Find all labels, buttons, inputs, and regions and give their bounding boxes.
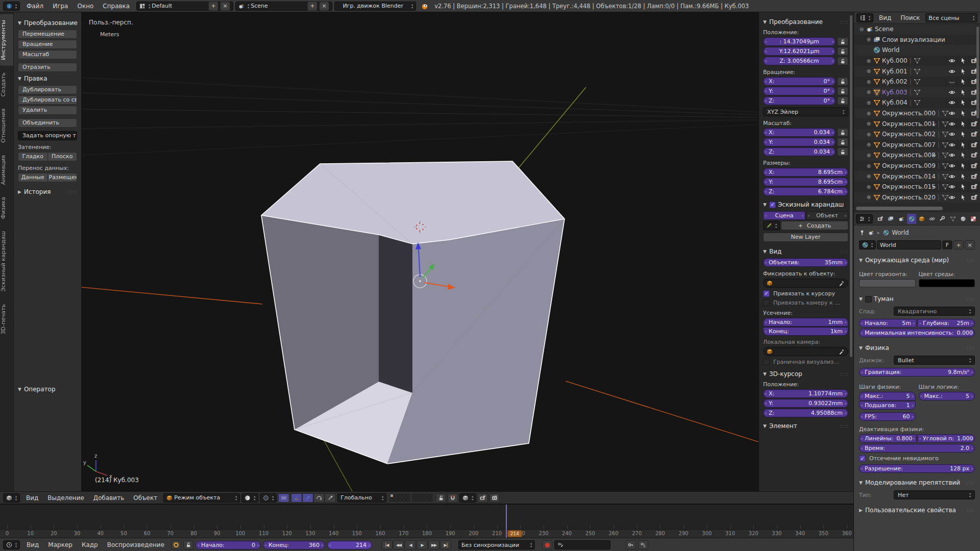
panel-header-obstacles[interactable]: ▼Моделирование препятствий:::: xyxy=(859,479,975,486)
occlusion-row[interactable]: ✓Отсечение невидимого xyxy=(859,455,975,462)
outliner-item[interactable]: ⊕Куб.003| xyxy=(854,87,980,98)
close-layout-button[interactable]: × xyxy=(220,2,230,11)
eye-icon[interactable] xyxy=(948,57,955,64)
info-menu-3[interactable]: Справка xyxy=(98,3,134,10)
shading-selector[interactable]: ▴▾ xyxy=(241,493,258,503)
fake-user-button[interactable]: F xyxy=(942,240,952,249)
expand-icon[interactable]: ⊕ xyxy=(866,194,872,200)
tab-data[interactable] xyxy=(948,214,957,224)
editor-type-selector[interactable]: ▴▾ xyxy=(3,493,20,503)
tab-world[interactable] xyxy=(907,214,916,224)
new-layer-button[interactable]: New Layer xyxy=(763,233,848,242)
value-slider[interactable]: X:1.10774mm xyxy=(763,389,848,398)
selectable-icon[interactable] xyxy=(960,120,967,128)
frame-end-field[interactable]: Конец:360 xyxy=(263,541,325,549)
layer-toggle[interactable] xyxy=(421,494,424,497)
snap-toggle[interactable] xyxy=(448,493,458,503)
grease-pencil-data-selector[interactable]: ▴▾ xyxy=(763,221,780,230)
eye-closed-icon[interactable] xyxy=(948,78,955,85)
layer-toggle[interactable] xyxy=(398,494,402,497)
layer-toggle[interactable] xyxy=(394,494,398,497)
value-slider[interactable]: Z:6.784cm xyxy=(763,187,848,196)
layer-toggle[interactable] xyxy=(421,498,424,502)
pin-icon[interactable] xyxy=(859,230,865,236)
outliner-item[interactable]: ⊕Куб.000| xyxy=(854,56,980,66)
render-icon[interactable] xyxy=(971,194,978,201)
horizontal-scrollbar[interactable] xyxy=(856,207,943,210)
add-datablock-button[interactable]: + xyxy=(953,240,964,249)
editor-type-selector[interactable]: ▴▾ xyxy=(856,214,873,223)
timeline-menu-3[interactable]: Воспроизведение xyxy=(103,541,169,548)
layer-toggle[interactable] xyxy=(402,498,406,502)
value-slider[interactable]: X:0° xyxy=(763,77,836,86)
lock-toggle[interactable] xyxy=(837,87,848,95)
layer-toggle[interactable] xyxy=(406,498,410,502)
3d-viewport[interactable]: z y x Польз.-персп. Meters (214) Куб.003 xyxy=(82,12,758,491)
layer-toggle[interactable] xyxy=(425,494,428,497)
lock-toggle[interactable] xyxy=(837,128,848,137)
layer-toggle[interactable] xyxy=(402,494,406,497)
lock-toggle[interactable] xyxy=(837,57,848,65)
outliner-item[interactable]: ⊕Окружность.008|← xyxy=(854,150,980,161)
panel-header-3d-cursor[interactable]: ▼3D-курсор:::: xyxy=(763,370,848,378)
tab-render[interactable] xyxy=(876,214,885,224)
eye-icon[interactable] xyxy=(948,131,955,138)
eyedropper-icon[interactable] xyxy=(839,348,845,355)
tab-scene[interactable]: Сцена xyxy=(763,211,805,220)
value-slider[interactable]: Y:12.62021µm xyxy=(763,47,836,56)
expand-icon[interactable]: ⊕ xyxy=(866,79,872,85)
join-button[interactable]: Объединить xyxy=(18,118,77,128)
selectable-icon[interactable] xyxy=(960,68,967,75)
outliner-item[interactable]: ⊕Окружность.009| xyxy=(854,161,980,171)
add-layout-button[interactable]: + xyxy=(208,2,218,11)
info-menu-0[interactable]: Файл xyxy=(22,3,48,10)
value-slider[interactable]: X:8.695cm xyxy=(763,168,848,177)
panel-header-element[interactable]: ▼Элемент:::: xyxy=(763,422,848,430)
edit-button[interactable]: Дублировать со св… xyxy=(18,95,77,105)
viewport-menu-1[interactable]: Выделение xyxy=(43,494,88,502)
current-frame-field[interactable]: 214 xyxy=(327,541,372,549)
world-datablock-selector[interactable]: ▴▾ xyxy=(859,240,876,249)
linear-threshold-slider[interactable]: Линейны:0.800 xyxy=(859,434,917,443)
orientation-selector[interactable]: Глобально ▴▾ xyxy=(337,493,386,503)
layers-widget[interactable] xyxy=(390,494,432,502)
render-icon[interactable] xyxy=(971,141,978,148)
play-button[interactable]: ▶ xyxy=(416,540,428,549)
timeline[interactable]: 0102030405060708090100110120130140150160… xyxy=(0,504,853,551)
delete-keyframe-button[interactable] xyxy=(638,540,648,549)
expand-icon[interactable]: ⊕ xyxy=(866,111,872,116)
eye-icon[interactable] xyxy=(948,110,955,117)
tab-modifiers[interactable] xyxy=(938,214,947,224)
mirror-button[interactable]: Отразить xyxy=(18,63,77,72)
editor-type-selector[interactable]: ▴▾ xyxy=(3,540,20,549)
tool-shelf-tab[interactable]: 3D-печать xyxy=(0,298,13,340)
panel-header-environment[interactable]: ▼Окружающая среда (мир):::: xyxy=(859,257,975,264)
eye-icon[interactable] xyxy=(948,194,955,201)
timeline-menu-1[interactable]: Маркер xyxy=(43,541,77,548)
value-slider[interactable]: Y:0° xyxy=(763,87,836,95)
eye-icon[interactable] xyxy=(948,173,955,180)
layer-toggle[interactable] xyxy=(425,498,428,502)
autokey-record-button[interactable] xyxy=(542,540,552,549)
max-physics-slider[interactable]: Макс.:5 xyxy=(859,392,916,400)
selectable-icon[interactable] xyxy=(960,57,967,64)
tab-object[interactable]: Объект xyxy=(806,211,848,220)
panel-header-edit[interactable]: ▼Правка xyxy=(18,75,77,82)
set-origin-button[interactable]: Задать опорную т… xyxy=(18,131,77,140)
sync-selector[interactable]: Без синхронизации▴▾ xyxy=(458,540,535,549)
viewport-menu-2[interactable]: Добавить xyxy=(89,494,129,502)
transfer-layout-button[interactable]: Размещен xyxy=(48,173,78,182)
selectable-icon[interactable] xyxy=(960,99,967,106)
outliner-item[interactable]: World xyxy=(854,45,980,56)
gravity-slider[interactable]: Гравитация:9.8m/s² xyxy=(859,368,975,377)
translate-manipulator-toggle[interactable] xyxy=(302,493,313,503)
selectable-icon[interactable] xyxy=(960,78,967,85)
panel-header-physics[interactable]: ▼Физика:::: xyxy=(859,344,975,352)
lock-toggle[interactable] xyxy=(837,77,848,86)
outliner-item[interactable]: ⊕Окружность.000| xyxy=(854,108,980,119)
transform-button[interactable]: Вращение xyxy=(18,40,77,49)
eye-icon[interactable] xyxy=(948,68,955,75)
outliner-item[interactable]: ⊕Куб.001| xyxy=(854,66,980,77)
selectable-icon[interactable] xyxy=(960,162,967,169)
render-icon[interactable] xyxy=(971,183,978,190)
